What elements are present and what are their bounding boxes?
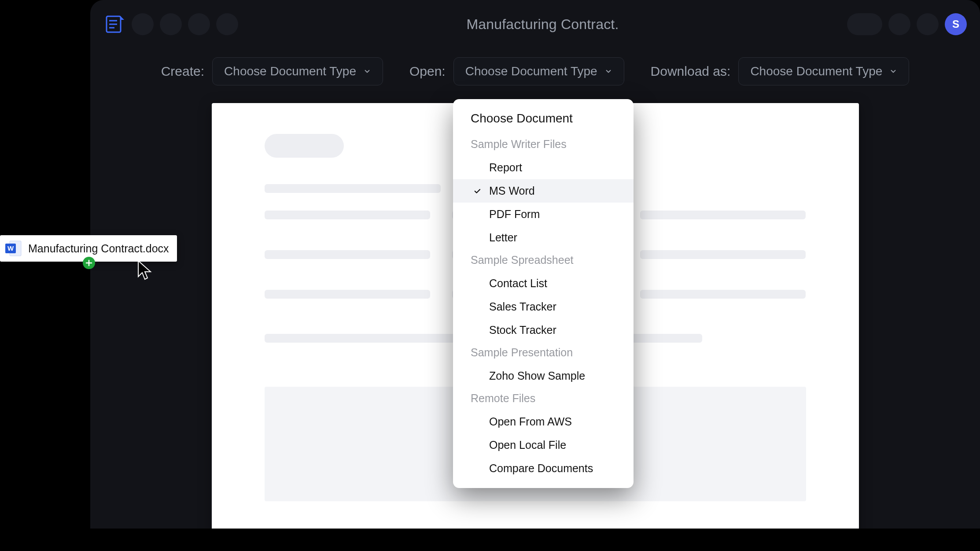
open-select-text: Choose Document Type [465, 64, 597, 78]
create-label: Create: [161, 64, 204, 79]
open-label: Open: [409, 64, 446, 79]
download-select[interactable]: Choose Document Type [738, 57, 909, 85]
open-select[interactable]: Choose Document Type [453, 57, 624, 85]
user-avatar[interactable]: S [945, 13, 967, 35]
dropdown-item-label: MS Word [487, 185, 535, 197]
check-icon [472, 164, 482, 172]
create-select-text: Choose Document Type [224, 64, 356, 78]
create-group: Create: Choose Document Type [161, 57, 383, 85]
check-icon [472, 187, 482, 195]
chevron-down-icon [604, 67, 612, 75]
dropdown-title: Choose Document [453, 111, 634, 133]
dropdown-item[interactable]: PDF Form [453, 203, 634, 226]
topbar-action-placeholder[interactable] [847, 13, 882, 35]
dropdown-item[interactable]: MS Word [453, 179, 634, 203]
dropdown-item-label: Compare Documents [487, 462, 593, 475]
dropdown-item-label: Report [487, 161, 522, 174]
placeholder-line [265, 290, 431, 299]
open-group: Open: Choose Document Type [409, 57, 624, 85]
check-icon [472, 326, 482, 334]
check-icon [472, 465, 482, 473]
placeholder-line [640, 250, 806, 259]
placeholder-title [265, 134, 344, 158]
action-toolbar: Create: Choose Document Type Open: Choos… [90, 48, 980, 103]
stage: Manufacturing Contract. S Create: Choose… [0, 0, 980, 551]
dropdown-item[interactable]: Report [453, 156, 634, 179]
placeholder-line [265, 250, 431, 259]
dropdown-item-label: Zoho Show Sample [487, 370, 585, 382]
topbar-action-placeholder[interactable] [888, 13, 910, 35]
topbar-action-placeholder[interactable] [917, 13, 939, 35]
placeholder-line [265, 184, 441, 193]
cursor-icon [136, 260, 155, 284]
toolbar-placeholder-button[interactable] [188, 13, 210, 35]
dropdown-item[interactable]: Stock Tracker [453, 318, 634, 342]
dropdown-section-header: Sample Writer Files [453, 133, 634, 156]
svg-text:W: W [7, 244, 14, 252]
dropdown-item[interactable]: Open From AWS [453, 410, 634, 433]
dropdown-section-header: Sample Presentation [453, 342, 634, 364]
toolbar-placeholder-button[interactable] [160, 13, 182, 35]
dropdown-item[interactable]: Open Local File [453, 433, 634, 457]
placeholder-line [640, 211, 806, 219]
chevron-down-icon [889, 67, 897, 75]
topbar: Manufacturing Contract. S [90, 0, 980, 48]
dropdown-item-label: Letter [487, 231, 517, 244]
check-icon [472, 418, 482, 426]
topbar-left [103, 13, 238, 35]
check-icon [472, 441, 482, 449]
dropdown-item[interactable]: Contact List [453, 272, 634, 295]
check-icon [472, 280, 482, 288]
download-select-text: Choose Document Type [750, 64, 882, 78]
dropdown-item-label: Open From AWS [487, 415, 572, 428]
dropdown-section-header: Remote Files [453, 388, 634, 410]
document-logo-icon [103, 13, 125, 35]
dropdown-item-label: Stock Tracker [487, 324, 556, 337]
download-label: Download as: [651, 64, 731, 79]
msword-file-icon: W [4, 239, 23, 258]
drop-add-badge-icon [83, 257, 95, 269]
dropdown-item-label: Contact List [487, 277, 547, 290]
dropdown-item-label: PDF Form [487, 208, 540, 221]
check-icon [472, 211, 482, 218]
open-dropdown: Choose Document Sample Writer FilesRepor… [453, 99, 634, 488]
dropdown-item[interactable]: Zoho Show Sample [453, 364, 634, 388]
dropdown-item[interactable]: Sales Tracker [453, 295, 634, 318]
document-title: Manufacturing Contract. [238, 16, 847, 33]
toolbar-placeholder-button[interactable] [216, 13, 238, 35]
dropdown-section-header: Sample Spreadsheet [453, 249, 634, 272]
dropdown-item-label: Open Local File [487, 439, 566, 451]
check-icon [472, 303, 482, 311]
toolbar-placeholder-button[interactable] [132, 13, 154, 35]
check-icon [472, 234, 482, 242]
app-window: Manufacturing Contract. S Create: Choose… [90, 0, 980, 529]
placeholder-line [640, 290, 806, 299]
dropdown-item[interactable]: Letter [453, 226, 634, 249]
create-select[interactable]: Choose Document Type [212, 57, 383, 85]
dropdown-item[interactable]: Compare Documents [453, 457, 634, 480]
dragged-file-name: Manufacturing Contract.docx [28, 242, 169, 255]
check-icon [472, 372, 482, 380]
dropdown-item-label: Sales Tracker [487, 300, 556, 313]
chevron-down-icon [363, 67, 371, 75]
placeholder-line [265, 211, 431, 219]
topbar-right: S [847, 13, 967, 35]
download-group: Download as: Choose Document Type [651, 57, 910, 85]
